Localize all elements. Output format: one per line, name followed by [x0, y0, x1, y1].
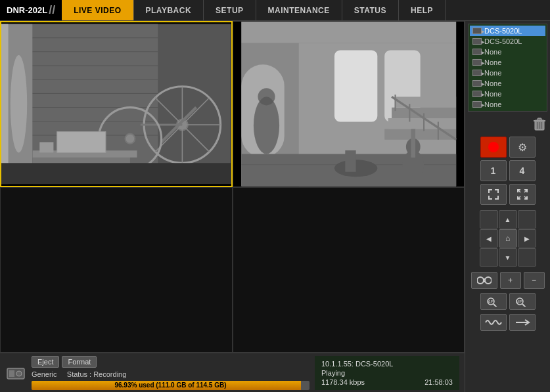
layout-4-icon: 4	[520, 165, 525, 176]
video-area: Eject Format Generic Status : Recording …	[0, 21, 465, 392]
tab-live-video[interactable]: LIVE VIDEO	[62, 0, 133, 20]
right-sidebar: DCS-5020L DCS-5020L None None None None	[465, 21, 550, 392]
layout-row: 1 4	[468, 160, 547, 181]
video-grid	[0, 21, 465, 353]
eject-button[interactable]: Eject	[32, 356, 59, 368]
svg-rect-29	[241, 22, 456, 43]
tab-setup[interactable]: SETUP	[204, 0, 256, 20]
format-button[interactable]: Format	[62, 356, 97, 368]
record-button[interactable]	[480, 137, 507, 158]
camera-label-3: None	[484, 48, 501, 56]
info-bitrate: 1178.34 kbps	[321, 378, 365, 386]
info-bottom: 1178.34 kbps 21:58:03	[321, 378, 453, 386]
tab-status[interactable]: STATUS	[342, 0, 399, 20]
svg-point-67	[485, 277, 492, 284]
video-cell-4[interactable]	[233, 187, 465, 353]
svg-text:MF: MF	[516, 299, 522, 304]
camera-icon-4	[472, 59, 482, 66]
zoom-binoculars-button[interactable]	[471, 272, 497, 289]
nav-tabs: LIVE VIDEO PLAYBACK SETUP MAINTENANCE ST…	[62, 0, 446, 20]
arrow-button[interactable]	[509, 314, 536, 331]
svg-point-26	[11, 55, 27, 152]
svg-point-55	[16, 371, 22, 376]
camera-item-5[interactable]: None	[470, 68, 545, 78]
storage-icon	[5, 362, 26, 383]
camera-label-5: None	[484, 69, 501, 77]
camera-icon-2	[472, 38, 482, 45]
svg-rect-24	[57, 132, 106, 153]
svg-rect-33	[334, 51, 377, 122]
svg-rect-35	[384, 129, 456, 139]
camera-icon-1	[472, 28, 482, 34]
zoom-in-button[interactable]: +	[500, 272, 521, 289]
binoculars-icon	[477, 276, 492, 285]
ptz-right[interactable]: ▶	[518, 229, 536, 248]
camera-item-4[interactable]: None	[470, 57, 545, 68]
video-cell-1[interactable]	[0, 21, 233, 187]
storage-bar: 96.93% used (111.0 GB of 114.5 GB)	[32, 381, 309, 390]
main-layout: Eject Format Generic Status : Recording …	[0, 21, 550, 392]
info-ip: 10.1.1.55: DCS-5020L	[321, 360, 453, 368]
af-icon: AF	[486, 296, 501, 307]
ptz-home[interactable]: ⌂	[499, 229, 517, 248]
tab-playback[interactable]: PLAYBACK	[134, 0, 204, 20]
svg-rect-50	[411, 129, 415, 158]
camera-item-8[interactable]: None	[470, 99, 545, 110]
video-cell-3[interactable]	[0, 187, 233, 353]
fit-button[interactable]	[509, 184, 536, 205]
top-navigation: DNR-202L // LIVE VIDEO PLAYBACK SETUP MA…	[0, 0, 550, 21]
home-icon: ⌂	[505, 234, 510, 243]
svg-rect-54	[9, 370, 14, 377]
af-mf-row: AF MF	[468, 293, 547, 310]
ptz-controls: ▲ ◀ ⌂ ▶ ▼	[468, 210, 547, 267]
svg-rect-47	[345, 150, 355, 172]
camera-item-3[interactable]: None	[470, 47, 545, 57]
storage-buttons: Eject Format	[32, 356, 309, 368]
svg-rect-58	[534, 120, 545, 121]
layout-1-button[interactable]: 1	[480, 160, 507, 181]
ptz-up-right[interactable]	[518, 210, 536, 229]
ptz-down-left[interactable]	[480, 248, 498, 267]
ptz-up[interactable]: ▲	[499, 210, 517, 229]
ptz-down[interactable]: ▼	[499, 248, 517, 267]
svg-point-21	[126, 134, 135, 144]
tab-help[interactable]: HELP	[399, 0, 446, 20]
ptz-grid: ▲ ◀ ⌂ ▶ ▼	[480, 210, 536, 267]
info-playing: Playing	[321, 369, 453, 377]
svg-rect-25	[39, 142, 53, 153]
mf-icon: MF	[515, 296, 530, 307]
camera-icon-5	[472, 70, 482, 76]
zoom-out-button[interactable]: −	[524, 272, 545, 289]
camera-list: DCS-5020L DCS-5020L None None None None	[468, 24, 547, 112]
settings-button[interactable]: ⚙	[509, 137, 536, 158]
delete-button[interactable]	[532, 116, 547, 133]
layout-4-button[interactable]: 4	[509, 160, 536, 181]
brand-name: DNR-202L	[7, 5, 47, 15]
camera-item-1[interactable]: DCS-5020L	[470, 26, 545, 36]
ptz-left[interactable]: ◀	[480, 229, 498, 248]
camera-item-2[interactable]: DCS-5020L	[470, 36, 545, 47]
mf-button[interactable]: MF	[509, 293, 536, 310]
camera-label-4: None	[484, 58, 501, 66]
video-cell-2[interactable]	[233, 21, 465, 187]
wave-button[interactable]	[480, 314, 507, 331]
ptz-down-right[interactable]	[518, 248, 536, 267]
camera-label-2: DCS-5020L	[484, 37, 522, 45]
tab-maintenance[interactable]: MAINTENANCE	[256, 0, 342, 20]
storage-section: Eject Format Generic Status : Recording …	[32, 356, 309, 390]
arrow-icon	[515, 317, 530, 328]
zoom-row: + −	[468, 272, 547, 289]
ptz-up-left[interactable]	[480, 210, 498, 229]
expand-button[interactable]	[480, 184, 507, 205]
storage-bar-text: 96.93% used (111.0 GB of 114.5 GB)	[32, 381, 309, 390]
af-button[interactable]: AF	[480, 293, 507, 310]
camera-label-1: DCS-5020L	[484, 27, 522, 35]
camera-item-6[interactable]: None	[470, 78, 545, 89]
layout-1-icon: 1	[491, 165, 496, 176]
camera-item-7[interactable]: None	[470, 89, 545, 99]
svg-rect-27	[1, 163, 231, 184]
camera-label-7: None	[484, 90, 501, 98]
wave-icon	[484, 317, 503, 328]
brand-logo: DNR-202L //	[0, 0, 62, 20]
gear-icon: ⚙	[518, 141, 527, 154]
